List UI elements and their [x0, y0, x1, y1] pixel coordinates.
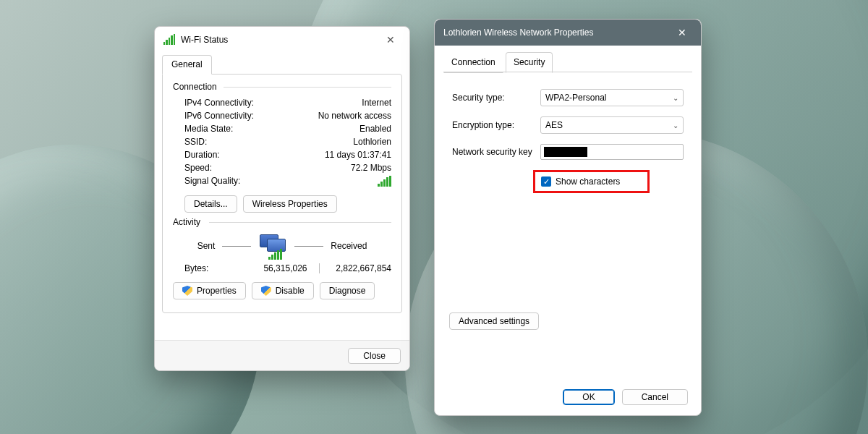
sent-label: Sent — [197, 241, 216, 251]
media-state-value: Enabled — [359, 124, 391, 134]
cancel-button[interactable]: Cancel — [622, 389, 688, 405]
security-type-label: Security type: — [452, 93, 540, 103]
tab-general[interactable]: General — [162, 55, 212, 75]
wifi-status-window: Wi-Fi Status ✕ General Connection IPv4 C… — [154, 26, 410, 371]
show-characters-checkbox[interactable]: ✓ — [541, 176, 551, 187]
security-type-select[interactable]: WPA2-Personal ⌄ — [540, 89, 684, 106]
shield-icon — [182, 286, 192, 296]
duration-label: Duration: — [184, 150, 220, 160]
encryption-type-value: AES — [545, 120, 563, 130]
group-activity-label: Activity — [173, 217, 391, 227]
titlebar[interactable]: Wi-Fi Status ✕ — [155, 27, 409, 53]
activity-diagram: Sent Received — [173, 233, 391, 259]
received-label: Received — [331, 241, 367, 251]
tab-security[interactable]: Security — [506, 52, 553, 73]
tab-strip: Connection Security — [435, 51, 701, 72]
wifi-signal-icon — [163, 34, 175, 46]
duration-value: 11 days 01:37:41 — [325, 150, 391, 160]
ipv4-value: Internet — [362, 98, 391, 108]
network-key-input[interactable] — [540, 144, 684, 160]
tab-underline — [443, 72, 692, 72]
chevron-down-icon: ⌄ — [673, 94, 678, 102]
network-computers-icon — [258, 233, 287, 259]
signal-quality-label: Signal Quality: — [184, 176, 240, 187]
speed-label: Speed: — [184, 163, 212, 173]
network-key-label: Network security key — [452, 147, 540, 157]
wireless-properties-button[interactable]: Wireless Properties — [243, 195, 337, 213]
speed-value: 72.2 Mbps — [351, 163, 391, 173]
ipv6-label: IPv6 Connectivity: — [184, 111, 254, 121]
show-characters-label: Show characters — [556, 176, 620, 187]
tab-strip: General — [155, 54, 409, 74]
redacted-key-value — [544, 147, 587, 157]
window-title: Lothlorien Wireless Network Properties — [443, 27, 593, 38]
wireless-properties-window: Lothlorien Wireless Network Properties ✕… — [434, 19, 702, 416]
signal-quality-icon — [378, 176, 391, 187]
bytes-sent-value: 56,315,026 — [235, 263, 319, 273]
ok-button[interactable]: OK — [563, 389, 614, 405]
shield-icon — [261, 286, 271, 296]
security-type-value: WPA2-Personal — [545, 93, 606, 103]
close-button[interactable]: ✕ — [375, 29, 407, 51]
chevron-down-icon: ⌄ — [673, 122, 678, 129]
close-button[interactable]: ✕ — [666, 22, 698, 43]
disable-button[interactable]: Disable — [252, 282, 314, 299]
tab-connection[interactable]: Connection — [443, 52, 503, 73]
disable-button-label: Disable — [276, 286, 305, 296]
dialog-footer: Close — [155, 340, 409, 370]
advanced-settings-button[interactable]: Advanced settings — [449, 312, 539, 330]
group-connection-label: Connection — [173, 82, 391, 92]
tab-body-general: Connection IPv4 Connectivity:Internet IP… — [162, 74, 402, 313]
dialog-footer: OK Cancel — [435, 379, 701, 415]
close-icon: ✕ — [678, 27, 686, 38]
encryption-type-select[interactable]: AES ⌄ — [540, 116, 684, 134]
ipv4-label: IPv4 Connectivity: — [184, 98, 254, 108]
properties-button[interactable]: Properties — [173, 282, 246, 299]
diagnose-button[interactable]: Diagnose — [320, 282, 375, 299]
bytes-label: Bytes: — [184, 263, 235, 273]
security-form: Security type: WPA2-Personal ⌄ Encryptio… — [435, 73, 701, 200]
ssid-label: SSID: — [184, 137, 207, 147]
properties-button-label: Properties — [197, 286, 237, 296]
divider-line — [222, 246, 251, 247]
close-dialog-button[interactable]: Close — [348, 348, 401, 364]
show-characters-highlight: ✓ Show characters — [533, 170, 650, 193]
close-icon: ✕ — [386, 35, 395, 45]
encryption-type-label: Encryption type: — [452, 120, 540, 130]
media-state-label: Media State: — [184, 124, 233, 134]
window-title: Wi-Fi Status — [181, 35, 228, 45]
ipv6-value: No network access — [318, 111, 391, 121]
bytes-received-value: 2,822,667,854 — [320, 263, 392, 273]
divider-line — [294, 246, 323, 247]
details-button[interactable]: Details... — [184, 195, 237, 213]
titlebar[interactable]: Lothlorien Wireless Network Properties ✕ — [435, 20, 701, 46]
ssid-value: Lothlorien — [353, 137, 391, 147]
